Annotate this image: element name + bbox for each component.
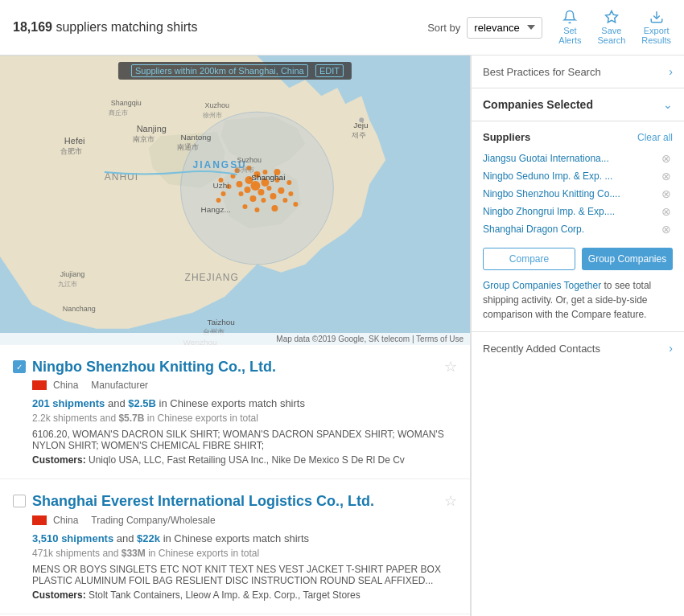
- companies-selected-title: Companies Selected: [483, 98, 593, 111]
- best-practices-row: Best Practices for Search ›: [483, 65, 673, 78]
- companies-selected-section[interactable]: Companies Selected ⌄: [472, 88, 684, 121]
- svg-point-30: [288, 191, 293, 196]
- results-count: 18,169: [13, 20, 52, 34]
- svg-point-28: [242, 204, 247, 209]
- map-svg: Hefei 合肥市 Nanjing 南京市 Nantong 南通市 JIANGS…: [0, 55, 470, 345]
- svg-text:九江市: 九江市: [58, 281, 77, 288]
- suppliers-header: Suppliers Clear all: [483, 131, 673, 143]
- svg-point-25: [282, 198, 287, 203]
- group-companies-link[interactable]: Group Companies Together: [483, 280, 601, 291]
- save-search-button[interactable]: SaveSearch: [597, 10, 625, 45]
- suppliers-title: Suppliers: [483, 131, 530, 143]
- supplier-2-remove[interactable]: ⊗: [660, 170, 673, 183]
- supplier-5-name[interactable]: Shanghai Dragon Corp.: [483, 224, 660, 235]
- suppliers-section: Suppliers Clear all Jiangsu Guotai Inter…: [472, 121, 684, 332]
- map-edit-button[interactable]: EDIT: [315, 64, 344, 77]
- result-2-star-icon[interactable]: ☆: [444, 492, 457, 510]
- result-1-shipments-count: 201 shipments: [32, 397, 105, 409]
- result-2-exports-amount: $22k: [137, 532, 160, 544]
- result-1-customers: Customers: Uniqlo USA, LLC, Fast Retaili…: [32, 454, 457, 466]
- svg-point-31: [293, 202, 298, 207]
- result-2-shipments-count: 3,510 shipments: [32, 532, 113, 544]
- export-results-button[interactable]: ExportResults: [641, 10, 671, 45]
- recently-added-section[interactable]: Recently Added Contacts ›: [472, 332, 684, 364]
- clear-all-button[interactable]: Clear all: [637, 132, 673, 143]
- result-2-type: Trading Company/Wholesale: [91, 515, 215, 526]
- recently-added-row: Recently Added Contacts ›: [483, 342, 673, 355]
- result-1-type: Manufacturer: [91, 380, 148, 391]
- map-label-text: Suppliers within 200km of Shanghai, Chin…: [131, 64, 308, 77]
- supplier-row-5: Shanghai Dragon Corp. ⊗: [483, 220, 673, 238]
- svg-point-24: [278, 187, 284, 194]
- best-practices-section[interactable]: Best Practices for Search ›: [472, 55, 684, 88]
- result-2-customers: Customers: Stolt Tank Containers, Lleow …: [32, 589, 457, 601]
- svg-text:Jiujiang: Jiujiang: [60, 270, 84, 278]
- result-2-country: China: [53, 515, 78, 526]
- download-icon: [649, 10, 664, 24]
- result-2-checkbox[interactable]: [13, 495, 26, 507]
- supplier-3-name[interactable]: Ningbo Shenzhou Knitting Co....: [483, 188, 660, 199]
- result-1-country: China: [53, 380, 78, 391]
- compare-area: Compare Group Companies: [483, 248, 673, 270]
- svg-point-16: [238, 191, 243, 196]
- supplier-4-name[interactable]: Ningbo Zhongrui Imp. & Exp....: [483, 206, 660, 217]
- svg-point-15: [236, 181, 242, 187]
- supplier-row-1: Jiangsu Guotai Internationa... ⊗: [483, 150, 673, 167]
- result-item-1: Ningbo Shenzhou Knitting Co., Ltd. ☆ Chi…: [0, 345, 470, 479]
- supplier-5-remove[interactable]: ⊗: [660, 223, 673, 236]
- result-1-shipments: 201 shipments and $2.5B in Chinese expor…: [32, 397, 457, 409]
- results-list: Ningbo Shenzhou Knitting Co., Ltd. ☆ Chi…: [0, 345, 470, 616]
- page-header: 18,169 suppliers matching shirts Sort by…: [0, 0, 684, 55]
- supplier-row-4: Ningbo Zhongrui Imp. & Exp.... ⊗: [483, 203, 673, 220]
- svg-point-17: [249, 195, 256, 202]
- svg-point-33: [216, 198, 221, 203]
- group-companies-button[interactable]: Group Companies: [582, 248, 673, 270]
- supplier-1-remove[interactable]: ⊗: [660, 152, 673, 165]
- compare-button[interactable]: Compare: [483, 248, 575, 270]
- svg-text:合肥市: 合肥市: [60, 147, 82, 155]
- left-panel: Hefei 合肥市 Nanjing 南京市 Nantong 南通市 JIANGS…: [0, 55, 471, 616]
- result-2-company-name[interactable]: Shanghai Everest International Logistics…: [32, 492, 438, 511]
- svg-text:Shangqiu: Shangqiu: [111, 99, 142, 107]
- svg-text:·Shanghai: ·Shanghai: [249, 173, 285, 182]
- svg-text:商丘市: 商丘市: [109, 109, 128, 117]
- svg-point-19: [270, 193, 276, 199]
- svg-point-18: [261, 198, 266, 203]
- svg-text:Nanchang: Nanchang: [63, 305, 96, 313]
- companies-selected-chevron: ⌄: [663, 98, 673, 111]
- best-practices-chevron: ›: [669, 65, 673, 78]
- set-alerts-button[interactable]: SetAlerts: [558, 10, 581, 45]
- supplier-2-name[interactable]: Ningbo Seduno Imp. & Exp. ...: [483, 170, 660, 182]
- result-1-checkbox[interactable]: [13, 360, 26, 373]
- result-1-company-name[interactable]: Ningbo Shenzhou Knitting Co., Ltd.: [32, 358, 438, 376]
- svg-point-26: [271, 205, 278, 211]
- svg-text:Nanjing: Nanjing: [137, 124, 167, 133]
- svg-text:徐州市: 徐州市: [203, 112, 222, 119]
- sort-select[interactable]: relevance shipments exports: [467, 17, 542, 39]
- bell-icon: [562, 10, 577, 24]
- result-1-star-icon[interactable]: ☆: [444, 358, 457, 376]
- result-item-1-header: Ningbo Shenzhou Knitting Co., Ltd. ☆: [13, 358, 457, 376]
- supplier-1-name[interactable]: Jiangsu Guotai Internationa...: [483, 153, 660, 164]
- main-layout: Hefei 合肥市 Nanjing 南京市 Nantong 南通市 JIANGS…: [0, 55, 684, 616]
- svg-text:苏州市: 苏州市: [235, 166, 254, 174]
- svg-text:南通市: 南通市: [177, 143, 199, 151]
- svg-point-12: [244, 187, 250, 193]
- svg-point-27: [254, 207, 259, 212]
- star-icon: [604, 10, 619, 24]
- set-alerts-label: SetAlerts: [558, 26, 581, 45]
- svg-text:ZHEJIANG: ZHEJIANG: [185, 272, 239, 283]
- svg-point-32: [221, 191, 226, 196]
- result-1-exports-amount: $2.5B: [128, 397, 156, 409]
- result-1-total: 2.2k shipments and $5.7B in Chinese expo…: [32, 413, 457, 424]
- result-2-meta: China Trading Company/Wholesale: [32, 515, 457, 526]
- map-container: Hefei 合肥市 Nanjing 南京市 Nantong 南通市 JIANGS…: [0, 55, 470, 345]
- result-2-total: 471k shipments and $33M in Chinese expor…: [32, 548, 457, 559]
- supplier-3-remove[interactable]: ⊗: [660, 187, 673, 200]
- svg-text:Hefei: Hefei: [64, 136, 85, 146]
- supplier-4-remove[interactable]: ⊗: [660, 205, 673, 218]
- recently-added-label: Recently Added Contacts: [483, 343, 600, 355]
- svg-text:Xuzhou: Xuzhou: [205, 101, 229, 109]
- companies-selected-header: Companies Selected ⌄: [483, 98, 673, 111]
- svg-point-14: [266, 186, 271, 191]
